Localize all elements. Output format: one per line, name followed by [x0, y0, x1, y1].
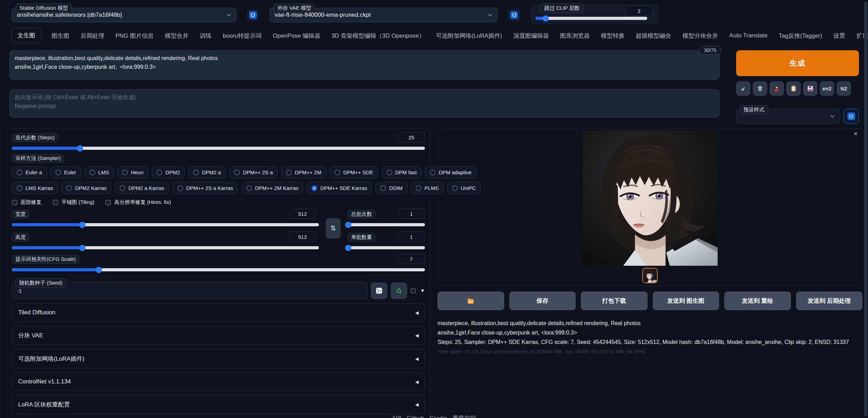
save-button[interactable]: 保存 — [509, 292, 576, 310]
slider-handle[interactable] — [345, 245, 351, 251]
sampler-option[interactable]: DPM++ 2M Karras — [241, 182, 303, 194]
batch-size-number-input[interactable] — [398, 232, 425, 242]
slider-handle[interactable] — [79, 222, 85, 228]
sampler-option[interactable]: DPM2 a — [188, 166, 226, 178]
slider-handle[interactable] — [77, 145, 83, 152]
tab-super-merger[interactable]: 超级模型融合 — [635, 28, 672, 44]
batch-size-label: 单批数量 — [347, 233, 375, 242]
hires-fix-checkbox[interactable]: 高分辨率修复 (Hires. fix) — [105, 199, 171, 206]
accordion-additional-networks[interactable]: 可选附加网络(LoRA插件) ◀ — [12, 349, 425, 368]
extra-networks-button[interactable] — [770, 81, 784, 96]
face-restore-checkbox[interactable]: 面部修复 — [12, 199, 42, 206]
accordion-lora-block-weight[interactable]: LoRA 区块权重配置 ◀ — [12, 395, 425, 414]
tab-openpose-editor[interactable]: OpenPose 编辑器 — [272, 28, 321, 44]
generate-button[interactable]: 生成 — [736, 50, 859, 76]
slider-handle[interactable] — [79, 245, 85, 251]
close-icon[interactable]: × — [854, 130, 858, 137]
generate-column: 生成 ↙ en2 N2 预设样式 — [736, 50, 859, 124]
gallery-thumbnail-selected[interactable] — [642, 268, 658, 283]
paste-params-button[interactable]: ↙ — [736, 81, 750, 96]
sampler-option[interactable]: DDIM — [375, 182, 407, 194]
translate-en2-button[interactable]: en2 — [820, 81, 834, 96]
tab-3d-openpose[interactable]: 3D 骨架模型编辑（3D Openpose） — [331, 28, 425, 44]
negative-prompt-input[interactable] — [9, 89, 719, 117]
tab-extras[interactable]: 后期处理 — [80, 28, 105, 44]
zip-download-button[interactable]: 打包下载 — [581, 292, 648, 310]
batch-size-slider[interactable] — [347, 246, 425, 249]
generation-info-line: Steps: 25, Sampler: DPM++ SDE Karras, CF… — [437, 337, 862, 347]
send-to-extras-button[interactable]: 发送到 后期处理 — [796, 292, 863, 310]
batch-count-number-input[interactable] — [398, 208, 425, 219]
sampler-option[interactable]: DPM++ SDE — [330, 166, 378, 178]
cfg-number-input[interactable] — [398, 254, 425, 264]
vae-refresh-button[interactable] — [508, 9, 520, 21]
steps-number-input[interactable] — [398, 132, 425, 142]
sampler-option[interactable]: DPM++ 2S a Karras — [173, 182, 238, 194]
tab-block-merge[interactable]: 模型分块合并 — [682, 28, 719, 44]
sampler-option[interactable]: Euler — [51, 166, 81, 178]
sampler-option[interactable]: DPM fast — [382, 166, 422, 178]
clip-skip-slider[interactable] — [536, 17, 647, 20]
tab-tagger[interactable]: Tag反推(Tagger) — [778, 28, 823, 44]
accordion-controlnet[interactable]: ControlNet v1.1.134 ◀ — [12, 373, 425, 391]
tab-train[interactable]: 训练 — [199, 28, 212, 44]
preset-refresh-button[interactable] — [844, 109, 859, 124]
width-slider[interactable] — [12, 223, 319, 226]
sampler-option[interactable]: DPM2 Karras — [61, 182, 111, 194]
sampler-option[interactable]: DPM2 a Karras — [115, 182, 169, 194]
save-style-button[interactable] — [803, 81, 817, 96]
footer-links[interactable]: API · Github · Gradio · 重载前端 — [0, 414, 868, 418]
sampler-option[interactable]: Euler a — [12, 166, 47, 178]
seed-extra-checkbox[interactable] — [411, 288, 416, 293]
tab-txt2img[interactable]: 文生图 — [12, 28, 41, 43]
page-scrollbar[interactable] — [864, 1, 867, 417]
batch-count-slider[interactable] — [347, 223, 425, 226]
sampler-option[interactable]: Heun — [117, 166, 148, 178]
reuse-seed-button[interactable] — [391, 283, 407, 299]
tab-additional-networks[interactable]: 可选附加网络(LoRA插件) — [435, 28, 503, 44]
tab-auto-translate[interactable]: Auto Translate — [728, 29, 768, 44]
generated-image[interactable] — [582, 130, 718, 266]
width-number-input[interactable] — [289, 208, 316, 219]
tiling-checkbox[interactable]: 平铺图 (Tiling) — [53, 199, 94, 206]
open-folder-button[interactable] — [437, 292, 504, 310]
clear-prompt-button[interactable] — [753, 81, 767, 96]
apply-style-button[interactable] — [786, 81, 801, 96]
height-number-input[interactable] — [289, 232, 316, 242]
sampler-option[interactable]: LMS — [85, 166, 114, 178]
tab-png-info[interactable]: PNG 图片信息 — [115, 28, 155, 44]
send-to-img2img-button[interactable]: 发送到 图生图 — [653, 292, 719, 310]
random-seed-button[interactable] — [371, 283, 387, 299]
sampler-option[interactable]: DPM++ 2S a — [229, 166, 278, 178]
sd-model-refresh-button[interactable] — [247, 9, 259, 21]
sampler-option[interactable]: DPM++ 2M — [281, 166, 326, 178]
slider-handle[interactable] — [96, 267, 102, 273]
swap-dimensions-button[interactable]: ⇅ — [326, 218, 341, 239]
slider-handle[interactable] — [345, 222, 351, 228]
generation-info: masterpiece, illustration,best quality,d… — [437, 318, 862, 356]
sampler-option[interactable]: LMS Karras — [12, 182, 58, 194]
tab-model-converter[interactable]: 模型转换 — [600, 28, 625, 44]
sampler-option[interactable]: DPM2 — [152, 166, 185, 178]
clip-skip-label: 跳过 CLIP 层数 — [540, 3, 583, 13]
accordion-tiled-diffusion[interactable]: Tiled Diffusion ◀ — [12, 303, 425, 322]
tab-image-browser[interactable]: 图库浏览器 — [559, 28, 590, 44]
prompt-input[interactable]: masterpiece, illustration,best quality,d… — [9, 50, 719, 80]
send-to-inpaint-button[interactable]: 发送到 重绘 — [724, 292, 791, 310]
translate-n2-button[interactable]: N2 — [837, 81, 851, 96]
height-slider[interactable] — [12, 246, 319, 249]
prompt-row: 30/75 masterpiece, illustration,best qua… — [0, 45, 868, 124]
checkbox-label: 面部修复 — [21, 199, 42, 206]
tab-depth-editor[interactable]: 深度图编辑器 — [512, 28, 549, 44]
clip-skip-number-input[interactable] — [626, 6, 653, 16]
tab-settings[interactable]: 设置 — [833, 28, 846, 44]
accordion-title: 可选附加网络(LoRA插件) — [18, 355, 84, 363]
accordion-tiled-vae[interactable]: 分块 VAE ◀ — [12, 326, 425, 345]
tab-img2img[interactable]: 图生图 — [51, 28, 70, 44]
tab-checkpoint-merger[interactable]: 模型合并 — [164, 28, 189, 44]
tab-booru[interactable]: booru转提示词 — [222, 28, 262, 44]
sampler-option-selected[interactable]: DPM++ SDE Karras — [307, 182, 372, 194]
cfg-slider[interactable] — [12, 268, 425, 271]
slider-handle[interactable] — [542, 15, 549, 22]
steps-slider[interactable] — [12, 147, 425, 150]
